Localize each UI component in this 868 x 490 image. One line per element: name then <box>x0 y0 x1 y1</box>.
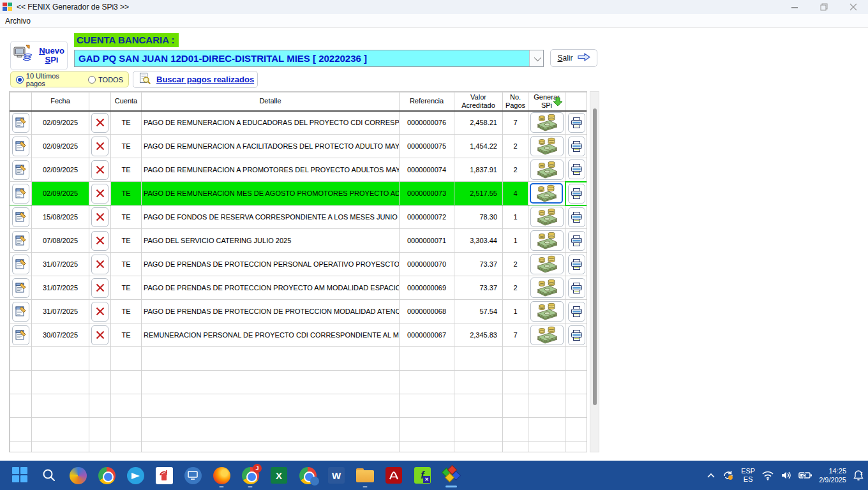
delete-row-button[interactable] <box>91 231 108 251</box>
delete-row-button[interactable] <box>91 137 108 156</box>
taskbar-fenix-app[interactable]: f✕ <box>410 463 435 488</box>
print-row-button[interactable] <box>568 278 585 298</box>
generar-spi-button[interactable] <box>530 278 564 298</box>
generar-spi-button[interactable] <box>530 301 564 322</box>
delete-row-button[interactable] <box>91 207 108 227</box>
generar-spi-button[interactable] <box>530 254 564 274</box>
taskbar-remote-desktop[interactable] <box>180 463 206 488</box>
buscar-pagos-button[interactable]: Buscar pagos realizados <box>133 71 258 88</box>
taskbar-chrome[interactable] <box>94 463 119 488</box>
edit-row-button[interactable] <box>12 113 29 133</box>
generar-spi-button[interactable] <box>530 230 564 251</box>
table-row[interactable]: 07/08/2025 TE PAGO DEL SERVICIO CATERING… <box>10 229 588 253</box>
generar-spi-button[interactable] <box>530 112 564 133</box>
table-row[interactable]: 02/09/2025 TE PAGO DE REMUNERACION A EDU… <box>10 111 588 135</box>
taskbar-acrobat[interactable] <box>381 463 407 488</box>
edit-row-button[interactable] <box>12 137 29 156</box>
taskbar-copilot[interactable] <box>65 463 91 488</box>
row-detalle: PAGO DEL SERVICIO CATERING JULIO 2025 <box>142 229 400 253</box>
tray-clock[interactable]: 14:25 2/9/2025 <box>819 466 846 484</box>
taskbar-file-explorer[interactable] <box>352 463 378 488</box>
edit-row-button[interactable] <box>12 160 29 180</box>
table-row[interactable]: 02/09/2025 TE PAGO DE REMUNERACION A PRO… <box>10 158 588 182</box>
generar-spi-button[interactable] <box>530 325 564 345</box>
generar-spi-button[interactable] <box>530 136 564 156</box>
row-no-pagos: 1 <box>503 205 528 229</box>
edit-row-button[interactable] <box>12 302 29 322</box>
delete-row-button[interactable] <box>91 302 108 322</box>
delete-row-button[interactable] <box>91 184 108 204</box>
start-button[interactable] <box>8 463 33 488</box>
delete-row-button[interactable] <box>91 325 108 345</box>
table-scrollbar[interactable] <box>590 91 599 452</box>
close-button[interactable] <box>839 0 868 14</box>
taskbar-chrome-profile[interactable]: J <box>237 463 263 488</box>
tray-language-indicator[interactable]: ESPES <box>741 467 755 484</box>
maximize-button[interactable] <box>809 0 839 14</box>
delete-row-button[interactable] <box>91 255 108 274</box>
print-row-button[interactable] <box>568 137 585 156</box>
generar-spi-button[interactable] <box>530 207 564 227</box>
tray-sync-icon[interactable] <box>722 470 735 481</box>
table-row[interactable]: 31/07/2025 TE PAGO DE PRENDAS DE PROTECC… <box>10 300 588 323</box>
delete-row-button[interactable] <box>91 278 108 298</box>
delete-row-button[interactable] <box>91 113 108 133</box>
row-fecha: 31/07/2025 <box>32 253 89 276</box>
print-row-button[interactable] <box>568 160 585 179</box>
telegram-icon <box>127 467 144 484</box>
taskbar-firefox[interactable] <box>209 463 234 488</box>
printer-icon <box>571 282 583 294</box>
edit-row-button[interactable] <box>12 255 29 274</box>
print-row-button[interactable] <box>568 184 585 204</box>
table-row[interactable]: 02/09/2025 TE PAGO DE REMUNERACION A FAC… <box>10 135 588 158</box>
taskbar-telegram[interactable] <box>123 463 148 488</box>
table-row[interactable]: 31/07/2025 TE PAGO DE PRENDAS DE PROTECC… <box>10 253 588 276</box>
volume-icon[interactable] <box>781 470 792 480</box>
tray-chevron-up[interactable] <box>707 472 715 479</box>
menu-archivo[interactable]: Archivo <box>0 17 36 26</box>
table-row[interactable]: 15/08/2025 TE PAGO DE FONDOS DE RESERVA … <box>10 205 588 229</box>
taskbar-search[interactable] <box>36 463 62 488</box>
taskbar-excel[interactable]: X <box>266 463 292 488</box>
nuevo-spi-button[interactable]: Nuevo SPi <box>10 41 68 70</box>
wifi-icon[interactable] <box>761 470 774 480</box>
printer-icon <box>571 163 583 175</box>
print-row-button[interactable] <box>568 325 585 345</box>
taskbar-word[interactable]: W <box>324 463 349 488</box>
header-generar-spi: GenerarSPi <box>528 93 565 111</box>
edit-row-button[interactable] <box>12 207 29 227</box>
taskbar-chrome-remote[interactable] <box>295 463 320 488</box>
print-row-button[interactable] <box>568 231 585 251</box>
table-row[interactable]: 02/09/2025 TE PAGO DE REMUNERACION MES D… <box>10 182 588 205</box>
generar-spi-button[interactable] <box>530 160 564 180</box>
edit-row-button[interactable] <box>12 184 29 204</box>
radio-10-ultimos-pagos[interactable]: 10 Ultimos pagos <box>16 72 79 87</box>
chrome-icon <box>98 467 116 484</box>
print-row-button[interactable] <box>568 302 585 322</box>
scrollbar-thumb[interactable] <box>593 108 597 405</box>
row-fecha: 02/09/2025 <box>32 182 89 205</box>
delete-x-icon <box>95 330 105 340</box>
cuenta-bancaria-select[interactable]: GAD PQ SAN JUAN 12D01-DIREC-DISTRITAL MI… <box>74 50 544 67</box>
table-row[interactable]: 30/07/2025 TE REMUNERACION PERSONAL DE P… <box>10 323 588 347</box>
taskbar-spi3-app-active[interactable] <box>438 463 464 488</box>
battery-icon[interactable] <box>798 471 812 480</box>
salir-button[interactable]: Salir <box>550 49 597 67</box>
edit-row-button[interactable] <box>12 278 29 298</box>
radio-todos[interactable]: TODOS <box>88 76 123 84</box>
row-cuenta: TE <box>111 182 142 205</box>
edit-row-button[interactable] <box>12 231 29 251</box>
table-row[interactable]: 31/07/2025 TE PAGO DE PRENDAS DE PROTECC… <box>10 276 588 300</box>
combo-dropdown-arrow[interactable] <box>529 50 543 66</box>
edit-form-icon <box>15 258 27 271</box>
notification-bell-icon[interactable]: z <box>853 470 864 481</box>
edit-row-button[interactable] <box>12 325 29 345</box>
generar-spi-button[interactable] <box>530 183 563 204</box>
print-row-button[interactable] <box>568 255 585 274</box>
minimize-button[interactable] <box>780 0 809 14</box>
taskbar-recycle-app[interactable] <box>151 463 177 488</box>
print-row-button[interactable] <box>568 207 585 227</box>
delete-row-button[interactable] <box>91 160 108 180</box>
print-row-button[interactable] <box>568 113 585 133</box>
delete-x-icon <box>95 165 105 175</box>
